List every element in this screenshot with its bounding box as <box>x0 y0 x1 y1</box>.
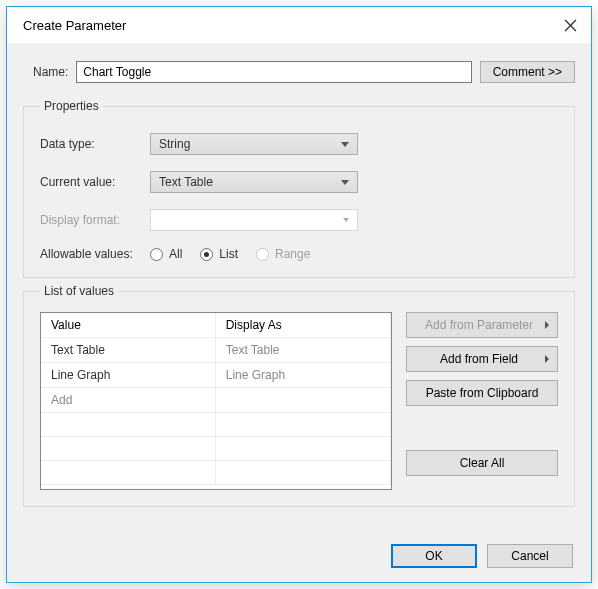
cancel-button[interactable]: Cancel <box>487 544 573 568</box>
dialog-footer: OK Cancel <box>391 544 573 568</box>
cell-value[interactable]: Text Table <box>41 338 215 363</box>
values-table[interactable]: Value Display As Text Table Text Table L… <box>40 312 392 490</box>
radio-range-label: Range <box>275 247 310 261</box>
display-format-label: Display format: <box>40 213 150 227</box>
allowable-values-label: Allowable values: <box>40 247 150 261</box>
table-row <box>41 413 391 437</box>
chevron-right-icon <box>545 321 549 329</box>
cell-value[interactable]: Line Graph <box>41 363 215 388</box>
ok-button[interactable]: OK <box>391 544 477 568</box>
add-placeholder[interactable]: Add <box>41 388 215 413</box>
cell-display[interactable]: Text Table <box>215 338 390 363</box>
col-value: Value <box>41 313 215 338</box>
col-display: Display As <box>215 313 390 338</box>
create-parameter-dialog: Create Parameter Name: Comment >> Proper… <box>6 6 592 583</box>
data-type-label: Data type: <box>40 137 150 151</box>
properties-group: Properties Data type: String Current val… <box>23 99 575 278</box>
button-label: Add from Field <box>440 352 518 366</box>
properties-legend: Properties <box>40 99 103 113</box>
chevron-down-icon <box>341 180 349 185</box>
current-value-select[interactable]: Text Table <box>150 171 358 193</box>
radio-all[interactable]: All <box>150 247 182 261</box>
name-label: Name: <box>33 65 68 79</box>
comment-button[interactable]: Comment >> <box>480 61 575 83</box>
list-of-values-group: List of values Value Display As Text Tab… <box>23 284 575 507</box>
display-format-select <box>150 209 358 231</box>
button-label: Add from Parameter <box>425 318 533 332</box>
paste-from-clipboard-button[interactable]: Paste from Clipboard <box>406 380 558 406</box>
data-type-value: String <box>159 137 190 151</box>
chevron-down-icon <box>343 218 349 222</box>
table-row <box>41 461 391 485</box>
add-from-field-button[interactable]: Add from Field <box>406 346 558 372</box>
name-input[interactable] <box>76 61 471 83</box>
list-buttons: Add from Parameter Add from Field Paste … <box>406 312 558 490</box>
current-value-value: Text Table <box>159 175 213 189</box>
list-of-values-legend: List of values <box>40 284 118 298</box>
radio-list[interactable]: List <box>200 247 238 261</box>
data-type-select[interactable]: String <box>150 133 358 155</box>
radio-range: Range <box>256 247 310 261</box>
radio-icon <box>256 248 269 261</box>
dialog-title: Create Parameter <box>23 18 126 33</box>
add-from-parameter-button: Add from Parameter <box>406 312 558 338</box>
table-add-row[interactable]: Add <box>41 388 391 413</box>
radio-all-label: All <box>169 247 182 261</box>
chevron-down-icon <box>341 142 349 147</box>
clear-all-button[interactable]: Clear All <box>406 450 558 476</box>
titlebar: Create Parameter <box>7 7 591 43</box>
chevron-right-icon <box>545 355 549 363</box>
table-row[interactable]: Text Table Text Table <box>41 338 391 363</box>
radio-list-label: List <box>219 247 238 261</box>
radio-icon <box>150 248 163 261</box>
table-row <box>41 437 391 461</box>
table-row[interactable]: Line Graph Line Graph <box>41 363 391 388</box>
current-value-label: Current value: <box>40 175 150 189</box>
close-button[interactable] <box>561 16 579 34</box>
cell-display <box>215 388 390 413</box>
name-row: Name: Comment >> <box>7 43 591 93</box>
cell-display[interactable]: Line Graph <box>215 363 390 388</box>
table-header-row: Value Display As <box>41 313 391 338</box>
allowable-values-radios: All List Range <box>150 247 310 261</box>
close-icon <box>564 19 577 32</box>
radio-icon <box>200 248 213 261</box>
